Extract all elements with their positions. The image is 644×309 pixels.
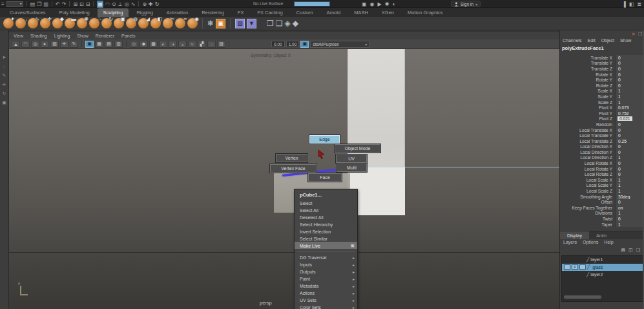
save-scene-icon[interactable]: ▥ [43,1,48,8]
mesh-object-icon[interactable]: ❏ [276,18,283,28]
isolate-select-icon[interactable]: ◌ [207,41,216,48]
select-hierarchy-icon[interactable]: ⊞ [73,1,78,8]
layer-toggle[interactable]: P [572,264,578,270]
construction-history-icon[interactable]: ↻ [155,1,160,8]
no-live-surface-label[interactable]: No Live Surface [253,1,283,6]
sculpt-profile-icon[interactable]: ▧ [235,19,245,28]
pane-layout-icon[interactable]: ▤ [105,41,113,48]
motion-blur-icon[interactable]: ≈ [188,41,196,48]
context-menu-item-inputs[interactable]: Inputs▸ [295,261,357,268]
channel-value[interactable]: 1 [616,222,621,227]
sculpt-falloff-icon[interactable]: ▼ [247,19,256,28]
channel-value[interactable]: 0.752 [616,111,629,116]
wireframe-icon[interactable]: ◇ [130,41,138,48]
context-menu-item-select-hierarchy[interactable]: Select Hierarchy [295,220,357,228]
layer-toggle[interactable] [564,264,570,270]
attribute-editor-toggle-icon[interactable]: ▐ [622,1,626,8]
marking-menu-item-face[interactable]: Face [308,173,342,182]
channel-value[interactable]: 1 [616,89,621,93]
context-menu-item-deselect-all[interactable]: Deselect All [295,213,357,220]
select-camera-icon[interactable]: ▲ [12,41,20,48]
light-editor-icon[interactable]: ◐ [392,1,395,8]
channel-value[interactable]: 0 [616,200,621,204]
spray-brush-icon[interactable]: ∴ [89,18,99,28]
select-component-icon[interactable]: ⊟ [86,1,90,8]
ipr-render-icon[interactable]: ◉ [370,1,375,8]
marking-menu-item-vertex-face[interactable]: Vertex Face [270,164,317,173]
mesh-stamp-icon[interactable]: ❒ [267,18,274,28]
paint-select-tool-icon[interactable]: ✎ [3,73,6,78]
channel-value[interactable]: 1 [616,183,621,187]
snap-curve-icon[interactable]: ◠ [105,1,110,8]
grease-pencil-icon[interactable]: ✎ [70,41,78,48]
channel-value[interactable]: 0.25 [616,139,627,144]
context-menu-item-dg-traversal[interactable]: DG Traversal▸ [295,253,357,261]
layer-row-glass[interactable]: P╱glass [562,264,643,272]
context-menu-item-metadata[interactable]: Metadata▸ [295,282,357,289]
channel-box-menu-edit[interactable]: Edit [588,38,596,43]
lock-camera-icon[interactable]: ◠ [21,41,30,48]
channel-value[interactable]: 0 [616,128,621,133]
marking-menu-item-object-mode[interactable]: Object Mode [335,144,380,153]
shelf-tab-fx-caching[interactable]: FX Caching [251,8,288,17]
render-current-frame-icon[interactable]: ▣ [362,1,367,8]
channel-value[interactable]: 0 [616,78,621,82]
color-management-icon[interactable]: ▣ [300,41,309,48]
move-tool-icon[interactable]: ✛ [3,82,6,87]
channel-value[interactable]: 0 [616,61,621,65]
channel-value[interactable]: 0 [616,167,621,171]
four-pane-layout-icon[interactable]: ▦ [95,41,103,48]
smear-brush-icon[interactable]: ≈ [175,18,185,28]
panel-menu-view[interactable]: View [14,34,23,38]
channel-value[interactable]: 0.021 [618,116,632,121]
context-menu-item-outputs[interactable]: Outputs▸ [295,268,357,275]
context-menu-item-make-live[interactable]: Make Live▣ [295,242,357,249]
layer-row-layer2[interactable]: ╱layer2 [562,271,643,279]
xray-icon[interactable]: ▨ [217,41,225,48]
selection-input[interactable] [294,1,330,6]
channel-value[interactable]: 1 [616,178,621,182]
channel-value[interactable]: 0 [616,217,621,221]
mirror-mesh-icon[interactable]: ◆ [293,18,298,28]
outliner-pane-icon[interactable]: ▥ [114,41,123,48]
view-transform-dropdown[interactable]: stdAllPurpose▾ [310,41,369,48]
shelf-tab-xgen[interactable]: XGen [376,8,400,17]
shadows-icon[interactable]: ◑ [169,41,177,48]
channel-value[interactable]: 1 [616,155,621,160]
select-tool-icon[interactable]: ➤ [3,55,6,59]
fill-brush-icon[interactable]: ◧ [151,18,161,28]
snap-plane-icon[interactable]: ⊥ [118,1,123,8]
close-icon[interactable]: ✕ [632,32,636,37]
make-object-live-icon[interactable]: ∿ [131,1,136,8]
render-sequence-icon[interactable]: ▶ [378,1,382,8]
dock-icon[interactable]: ❐ [638,32,642,37]
shelf-tab-animation[interactable]: Animation [161,8,194,17]
lasso-tool-icon[interactable]: ◌ [3,64,5,69]
redo-icon[interactable]: ↷ [62,1,67,8]
render-settings-icon[interactable]: ✱ [385,1,390,8]
channel-value[interactable]: 0 [616,144,621,149]
context-menu-header[interactable]: pCube1... [295,191,357,199]
panel-menu-shading[interactable]: Shading [30,34,47,38]
channel-value[interactable]: 1 [616,189,621,193]
channel-value[interactable]: 0 [616,161,621,165]
rotate-tool-icon[interactable]: ↻ [3,91,6,96]
textured-icon[interactable]: ▩ [149,41,158,48]
context-menu-item-invert-selection[interactable]: Invert Selection [295,228,357,235]
channel-value[interactable]: 0.073 [616,105,629,110]
shelf-tab-fx[interactable]: FX [232,8,250,17]
shelf-tab-custom[interactable]: Custom [291,8,319,17]
single-pane-layout-icon[interactable]: ▣ [85,41,94,48]
new-empty-layer-icon[interactable]: ❏ [636,248,640,253]
channel-box-menu-object[interactable]: Object [601,38,614,43]
tool-settings-toggle-icon[interactable]: ◧ [629,1,634,8]
layer-tab-display[interactable]: Display [560,231,589,239]
convert-to-frozen-icon[interactable]: ▣ [216,19,225,28]
channel-value[interactable]: on [616,206,623,210]
exposure-field[interactable]: 0.00 [271,41,285,47]
shelf-tab-rendering[interactable]: Rendering [196,8,230,17]
relax-brush-icon[interactable]: ∿ [28,18,38,28]
use-all-lights-icon[interactable]: ◐ [159,41,167,48]
bookmark-icon[interactable]: ▸ [41,41,49,48]
flatten-brush-icon[interactable]: ▬ [65,18,75,28]
